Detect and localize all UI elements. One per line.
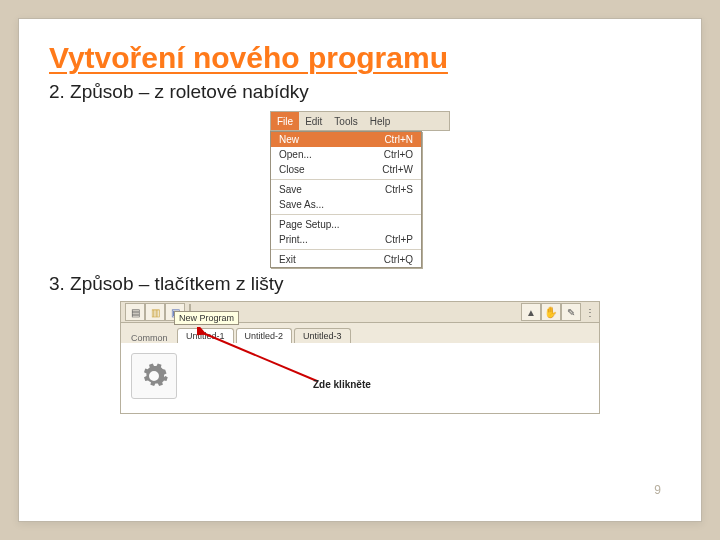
- tab-untitled-2[interactable]: Untitled-2: [236, 328, 293, 343]
- menu-item-exit[interactable]: ExitCtrl+Q: [271, 252, 421, 267]
- menu-item-pagesetup[interactable]: Page Setup...: [271, 217, 421, 232]
- menu-help[interactable]: Help: [364, 116, 397, 127]
- new-program-button[interactable]: ▤: [125, 303, 145, 321]
- open-button[interactable]: ▥: [145, 303, 165, 321]
- palette-label: Common: [127, 333, 177, 343]
- menu-item-new[interactable]: NewCtrl+N: [271, 132, 421, 147]
- pointer-icon: ▲: [526, 307, 536, 318]
- menu-item-save[interactable]: SaveCtrl+S: [271, 182, 421, 197]
- start-block[interactable]: [131, 353, 177, 399]
- page-number: 9: [654, 483, 661, 497]
- menu-item-close[interactable]: CloseCtrl+W: [271, 162, 421, 177]
- menu-item-print[interactable]: Print...Ctrl+P: [271, 232, 421, 247]
- section-3-heading: 3. Způsob – tlačítkem z lišty: [49, 273, 671, 295]
- menu-edit[interactable]: Edit: [299, 116, 328, 127]
- hand-button[interactable]: ✋: [541, 303, 561, 321]
- slide: Vytvoření nového programu 2. Způsob – z …: [18, 18, 702, 522]
- menu-bar: File Edit Tools Help: [270, 111, 450, 131]
- tab-untitled-3[interactable]: Untitled-3: [294, 328, 351, 343]
- figure-2: ▤ ▥ ▣ ▲ ✋ ✎ ⋮ Common New Program Untitle…: [120, 301, 600, 414]
- canvas-area: Zde klikněte: [120, 343, 600, 414]
- toolbar-overflow-icon[interactable]: ⋮: [585, 304, 595, 320]
- gear-icon: [139, 361, 169, 391]
- file-dropdown: NewCtrl+N Open...Ctrl+O CloseCtrl+W Save…: [270, 131, 422, 268]
- click-here-label: Zde klikněte: [313, 379, 371, 390]
- new-program-icon: ▤: [131, 307, 140, 318]
- section-2-heading: 2. Způsob – z roletové nabídky: [49, 81, 671, 103]
- menu-item-open[interactable]: Open...Ctrl+O: [271, 147, 421, 162]
- tab-untitled-1[interactable]: New Program Untitled-1: [177, 328, 234, 343]
- tab-bar: Common New Program Untitled-1 Untitled-2…: [120, 323, 600, 343]
- comment-button[interactable]: ✎: [561, 303, 581, 321]
- comment-icon: ✎: [567, 307, 575, 318]
- figure-1: minds File Edit Tools Help NewCtrl+N Ope…: [210, 107, 510, 267]
- menu-item-saveas[interactable]: Save As...: [271, 197, 421, 212]
- open-icon: ▥: [151, 307, 160, 318]
- menu-file[interactable]: File: [271, 112, 299, 130]
- hand-icon: ✋: [544, 306, 558, 319]
- monitor-illustration: [481, 176, 533, 220]
- slide-title: Vytvoření nového programu: [49, 41, 671, 75]
- tooltip-new-program: New Program: [174, 311, 239, 325]
- menu-tools[interactable]: Tools: [328, 116, 363, 127]
- pointer-button[interactable]: ▲: [521, 303, 541, 321]
